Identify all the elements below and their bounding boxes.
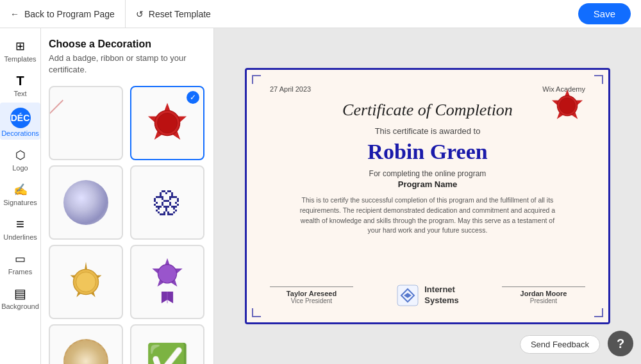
sidebar-label-underlines: Underlines [3, 233, 37, 241]
decorations-panel: Choose a Decoration Add a badge, ribbon … [41, 28, 214, 364]
svg-point-2 [157, 113, 177, 133]
help-button[interactable]: ? [608, 331, 633, 356]
cert-footer: Taylor Areseed Vice President Internet S… [270, 284, 585, 307]
svg-point-7 [158, 265, 176, 283]
frames-icon: ▭ [13, 251, 28, 267]
cert-signer1: Taylor Areseed Vice President [270, 286, 353, 304]
cert-completing-text: For completing the online program [369, 169, 487, 178]
sidebar-item-templates[interactable]: ⊞ Templates [0, 33, 40, 65]
decorations-grid: ✓ 🏵 [49, 86, 206, 364]
corner-br [594, 308, 603, 317]
canvas-area: 27 April 2023 Wix Academy Certificate of… [214, 28, 641, 364]
certificate: 27 April 2023 Wix Academy Certificate of… [245, 68, 610, 324]
decoration-item-red-seal[interactable]: ✓ [130, 86, 204, 160]
signer1-title: Vice President [291, 297, 332, 304]
cert-logo-text: Internet Systems [424, 285, 458, 306]
sidebar-icons: ⊞ Templates T Text DÉC Decorations ⬡ Log… [0, 28, 41, 364]
back-arrow-icon: ← [10, 9, 19, 19]
decoration-item-holo[interactable] [49, 165, 123, 240]
reset-icon: ↺ [136, 9, 144, 19]
logo-icon: ⬡ [13, 147, 28, 163]
signer2-title: President [530, 297, 557, 304]
cert-program-name: Program Name [398, 179, 457, 189]
purple-badge-icon [148, 256, 187, 292]
main-area: ⊞ Templates T Text DÉC Decorations ⬡ Log… [0, 28, 641, 364]
decoration-item-tan-rosette[interactable] [49, 324, 123, 364]
sidebar-item-background[interactable]: ▤ Background [0, 281, 40, 313]
svg-point-22 [560, 98, 576, 114]
sig1-line [270, 286, 353, 287]
text-icon: T [13, 73, 28, 88]
selected-checkmark: ✓ [187, 91, 199, 104]
sidebar-item-underlines[interactable]: ≡ Underlines [0, 211, 40, 244]
save-button[interactable]: Save [578, 3, 631, 24]
sidebar-label-decorations: Decorations [1, 129, 39, 137]
green-check-icon: ✅ [146, 342, 188, 364]
signer1-name: Taylor Areseed [287, 290, 337, 297]
laurel-icon: 🏵 [152, 185, 183, 220]
cert-top-seal [549, 88, 585, 126]
feedback-button[interactable]: Send Feedback [520, 335, 600, 354]
sidebar-label-background: Background [1, 302, 39, 310]
sidebar-item-decorations[interactable]: DÉC Decorations [0, 103, 40, 140]
sidebar-item-frames[interactable]: ▭ Frames [0, 246, 40, 278]
sidebar-item-text[interactable]: T Text [0, 68, 40, 100]
sidebar-label-logo: Logo [12, 164, 28, 172]
signatures-icon: ✍ [13, 182, 28, 197]
none-icon [57, 94, 115, 152]
decoration-item-gold-seal[interactable] [49, 245, 123, 319]
topbar-right: Save [578, 3, 641, 24]
panel-subtitle: Add a badge, ribbon or stamp to your cer… [49, 53, 206, 76]
tan-rosette-icon [63, 339, 108, 364]
underlines-icon: ≡ [13, 217, 28, 232]
background-icon: ▤ [13, 286, 28, 301]
sidebar-label-frames: Frames [8, 268, 32, 276]
holo-disc-icon [63, 180, 108, 225]
sidebar-label-signatures: Signatures [3, 199, 37, 206]
gold-seal-icon [63, 260, 108, 304]
back-label: Back to Program Page [24, 9, 115, 19]
decorations-icon: DÉC [10, 108, 31, 128]
sidebar-label-text: Text [13, 90, 26, 97]
templates-icon: ⊞ [13, 38, 28, 54]
cert-header: 27 April 2023 Wix Academy [270, 85, 585, 93]
cert-date: 27 April 2023 [270, 85, 311, 93]
sidebar-label-templates: Templates [4, 55, 36, 63]
red-seal-icon [145, 101, 190, 145]
decoration-item-laurel[interactable]: 🏵 [130, 165, 204, 240]
cert-logo: Internet Systems [396, 284, 458, 307]
reset-label: Reset Template [149, 9, 211, 19]
cert-logo-icon [396, 284, 419, 307]
corner-tr [594, 75, 603, 84]
decoration-item-none[interactable] [49, 86, 123, 160]
sig2-line [502, 286, 585, 287]
topbar: ← Back to Program Page ↺ Reset Template … [0, 0, 641, 28]
cert-signer2: Jordan Moore President [502, 286, 585, 304]
sidebar-item-signatures[interactable]: ✍ Signatures [0, 177, 40, 209]
sidebar-item-logo[interactable]: ⬡ Logo [0, 142, 40, 174]
cert-body-text: This is to certify the successful comple… [299, 195, 556, 236]
signer2-name: Jordan Moore [520, 290, 567, 297]
back-nav[interactable]: ← Back to Program Page [0, 0, 126, 28]
corner-tl [252, 75, 261, 84]
panel-title: Choose a Decoration [49, 38, 206, 50]
cert-awarded-to: This certificate is awarded to [375, 126, 481, 136]
cert-seal-icon [549, 88, 585, 124]
reset-nav[interactable]: ↺ Reset Template [126, 0, 221, 28]
decoration-item-purple-badge[interactable] [130, 245, 204, 319]
svg-point-5 [76, 272, 96, 292]
purple-badge-wrap [148, 256, 187, 308]
cert-title: Certificate of Completion [342, 101, 513, 120]
cert-recipient-name: Robin Green [367, 140, 487, 164]
decoration-item-green-check[interactable]: ✅ [130, 324, 204, 364]
ribbon-icon [158, 292, 177, 308]
corner-bl [252, 308, 261, 317]
